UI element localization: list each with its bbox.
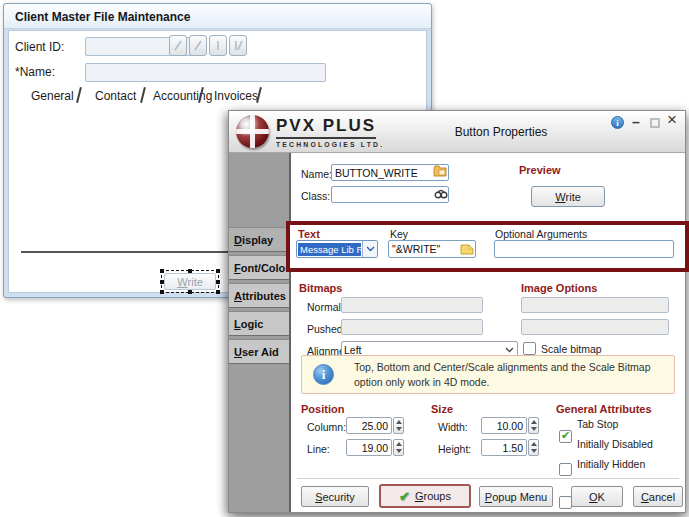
canvas-write-button[interactable]: Write bbox=[164, 273, 216, 290]
binoculars-icon[interactable] bbox=[434, 187, 448, 199]
info-icon: i bbox=[313, 364, 334, 385]
checkmark-icon: ✔ bbox=[399, 489, 410, 504]
position-header: Position bbox=[301, 403, 344, 415]
nav-last-record-button[interactable] bbox=[229, 35, 247, 56]
sidebar-item-attributes[interactable]: Attributes bbox=[229, 283, 289, 308]
brand-block: PVX PLUS TECHNOLOGIES LTD. bbox=[276, 116, 384, 148]
cancel-button[interactable]: Cancel bbox=[633, 486, 683, 507]
class-input[interactable] bbox=[331, 186, 449, 203]
pushed-label: Pushed: bbox=[307, 323, 346, 335]
key-label: Key bbox=[390, 228, 408, 240]
minimize-button[interactable]: – bbox=[632, 115, 640, 129]
resize-handle[interactable] bbox=[216, 290, 220, 294]
sidebar-item-label: Font/Color bbox=[234, 262, 290, 274]
tab-general[interactable]: General bbox=[31, 89, 74, 103]
nav-next-icon bbox=[211, 38, 225, 53]
security-button[interactable]: Security bbox=[301, 486, 369, 507]
line-stepper[interactable] bbox=[393, 439, 404, 456]
folder-icon[interactable] bbox=[433, 165, 447, 177]
client-name-label: *Name: bbox=[15, 65, 55, 79]
ok-button[interactable]: OK bbox=[571, 486, 623, 507]
spin-up-icon[interactable] bbox=[531, 420, 537, 424]
nav-first-record-button[interactable] bbox=[169, 35, 187, 56]
spin-up-icon[interactable] bbox=[396, 442, 402, 446]
note-icon[interactable] bbox=[460, 242, 474, 255]
tab-stop-label: Tab Stop bbox=[577, 418, 618, 430]
dialog-sidebar: Display Font/Color Attributes Logic User… bbox=[229, 153, 291, 512]
groups-button-label: Groups bbox=[415, 490, 451, 502]
resize-handle[interactable] bbox=[216, 280, 220, 284]
text-label: Text bbox=[298, 228, 320, 240]
spin-down-icon[interactable] bbox=[531, 449, 537, 453]
line-input[interactable] bbox=[346, 439, 392, 456]
text-section-highlight: Text Message Lib Ref Key Optional Argume… bbox=[286, 221, 689, 272]
nav-previous-record-button[interactable] bbox=[189, 35, 207, 56]
class-label: Class: bbox=[301, 190, 330, 202]
spin-up-icon[interactable] bbox=[531, 442, 537, 446]
spin-down-icon[interactable] bbox=[396, 427, 402, 431]
client-id-label: Client ID: bbox=[15, 40, 64, 54]
width-stepper[interactable] bbox=[528, 417, 539, 434]
column-stepper[interactable] bbox=[393, 417, 404, 434]
maximize-button[interactable] bbox=[650, 118, 660, 128]
line-label: Line: bbox=[307, 443, 330, 455]
sidebar-item-display[interactable]: Display bbox=[229, 227, 289, 252]
info-icon[interactable]: i bbox=[611, 116, 624, 129]
footer-divider bbox=[297, 478, 679, 479]
spin-down-icon[interactable] bbox=[531, 427, 537, 431]
resize-handle[interactable] bbox=[188, 290, 192, 294]
initially-disabled-checkbox[interactable] bbox=[559, 463, 572, 476]
tab-contact[interactable]: Contact bbox=[95, 89, 136, 103]
chevron-down-icon[interactable] bbox=[362, 241, 377, 257]
general-attributes-header: General Attributes bbox=[556, 403, 652, 415]
scale-bitmap-label: Scale bitmap bbox=[541, 343, 602, 355]
sidebar-item-logic[interactable]: Logic bbox=[229, 311, 289, 336]
groups-button[interactable]: ✔ Groups bbox=[379, 484, 471, 508]
tab-invoices[interactable]: Invoices bbox=[214, 89, 258, 103]
sidebar-item-user-aid[interactable]: User Aid bbox=[229, 339, 289, 364]
optional-arguments-label: Optional Arguments bbox=[495, 228, 587, 240]
width-label: Width: bbox=[438, 421, 468, 433]
notice-text: Top, Bottom and Center/Scale alignments … bbox=[354, 360, 666, 389]
resize-handle[interactable] bbox=[216, 269, 220, 273]
height-stepper[interactable] bbox=[528, 439, 539, 456]
sidebar-item-label: User Aid bbox=[234, 346, 279, 358]
image-option-input-1 bbox=[521, 297, 669, 313]
pushed-bitmap-input bbox=[341, 319, 483, 335]
scale-bitmap-checkbox[interactable] bbox=[523, 342, 536, 355]
text-source-combobox[interactable]: Message Lib Ref bbox=[296, 240, 378, 258]
width-input[interactable] bbox=[481, 417, 527, 434]
client-name-input[interactable] bbox=[85, 63, 326, 82]
client-window-titlebar[interactable]: Client Master File Maintenance bbox=[4, 4, 431, 29]
initially-disabled-label: Initially Disabled bbox=[577, 438, 653, 450]
nav-previous-icon bbox=[191, 38, 205, 53]
spin-up-icon[interactable] bbox=[396, 420, 402, 424]
sidebar-item-font-color[interactable]: Font/Color bbox=[229, 255, 289, 280]
image-options-header: Image Options bbox=[521, 282, 597, 294]
bitmaps-header: Bitmaps bbox=[299, 282, 342, 294]
name-input[interactable] bbox=[331, 164, 449, 181]
resize-handle[interactable] bbox=[160, 290, 164, 294]
image-option-input-2 bbox=[521, 319, 669, 335]
name-label: Name: bbox=[301, 168, 332, 180]
normal-label: Normal: bbox=[307, 301, 344, 313]
resize-handle[interactable] bbox=[160, 269, 164, 273]
tab-accounting[interactable]: Accounting bbox=[153, 89, 212, 103]
write-button-selection[interactable]: Write bbox=[161, 270, 219, 293]
nav-last-icon bbox=[231, 38, 245, 53]
spin-down-icon[interactable] bbox=[396, 449, 402, 453]
column-input[interactable] bbox=[346, 417, 392, 434]
height-input[interactable] bbox=[481, 439, 527, 456]
tab-stop-checkbox[interactable] bbox=[559, 430, 572, 443]
screenshot-canvas: Client Master File Maintenance Client ID… bbox=[0, 0, 689, 517]
popup-menu-button[interactable]: Popup Menu bbox=[479, 486, 553, 507]
dialog-titlebar[interactable]: PVX PLUS TECHNOLOGIES LTD. Button Proper… bbox=[229, 111, 685, 153]
height-label: Height: bbox=[438, 443, 471, 455]
close-button[interactable]: × bbox=[667, 113, 677, 127]
brand-name: PVX PLUS bbox=[276, 116, 376, 139]
dialog-title: Button Properties bbox=[401, 125, 601, 139]
sidebar-item-label: Logic bbox=[234, 318, 263, 330]
optional-arguments-input[interactable] bbox=[494, 240, 674, 258]
nav-next-record-button[interactable] bbox=[209, 35, 227, 56]
preview-write-button[interactable]: Write bbox=[531, 186, 605, 207]
